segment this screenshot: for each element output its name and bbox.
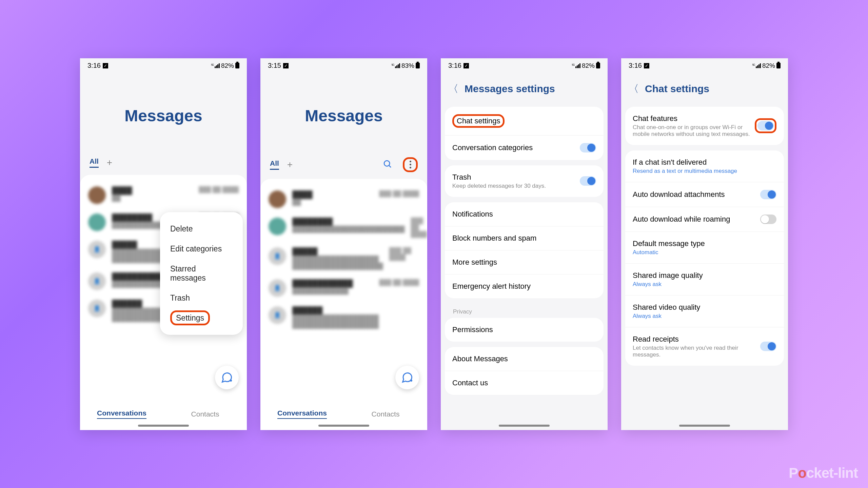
toggle-trash[interactable] [580,176,596,186]
settings-list: Chat settings Conversation categories Tr… [441,105,608,430]
notification-icon: ✓ [644,63,649,68]
avatar [269,218,286,235]
signal-icon [756,63,761,68]
status-bar: 3:15✓ ⁵ᴳ83% [260,58,427,73]
more-vert-icon [410,161,411,168]
list-item[interactable]: 👤███████████████████████████████████████… [260,243,427,274]
row-roaming[interactable]: Auto download while roaming [625,207,784,232]
row-undelivered[interactable]: If a chat isn't deliveredResend as a tex… [625,150,784,182]
battery-text: 82% [762,62,775,69]
battery-icon [235,63,239,68]
row-read-receipts[interactable]: Read receiptsLet contacts know when you'… [625,327,784,366]
row-auto-download[interactable]: Auto download attachments [625,182,784,207]
compose-button[interactable] [215,366,239,389]
row-permissions[interactable]: Permissions [445,318,604,342]
menu-trash[interactable]: Trash [160,288,243,308]
home-indicator[interactable] [679,425,730,427]
phone-screenshot-4: 3:16✓ ⁵ᴳ82% 〈 Chat settings Chat feature… [621,58,788,430]
signal-icon [395,63,400,68]
row-chat-features[interactable]: Chat featuresChat one-on-one or in group… [625,107,784,145]
add-category-button[interactable]: + [107,157,112,168]
toggle-conv-categories[interactable] [580,143,596,152]
overflow-menu: Delete Edit categories Starred messages … [160,212,243,335]
row-contact-us[interactable]: Contact us [445,371,604,395]
battery-text: 82% [221,62,234,69]
list-item[interactable]: █████████ ██ ████ [80,182,247,209]
status-time: 3:16 [448,62,461,69]
signal-icon [575,63,580,68]
row-block[interactable]: Block numbers and spam [445,226,604,250]
section-label-privacy: Privacy [445,304,604,318]
status-bar: 3:16✓ ⁵ᴳ82% [621,58,788,73]
page-title: Chat settings [645,83,709,95]
toggle-roaming[interactable] [760,215,776,224]
list-item[interactable]: █████████ ██ ████ [260,186,427,213]
back-button[interactable]: 〈 [629,82,639,96]
battery-icon [776,63,781,68]
home-indicator[interactable] [318,425,369,427]
row-chat-settings[interactable]: Chat settings [445,107,604,136]
avatar: 👤 [269,279,286,297]
conversation-list: █████████ ██ ████ ██████████████████████… [260,179,427,430]
row-more-settings[interactable]: More settings [445,250,604,274]
compose-button[interactable] [395,366,419,389]
signal-icon [215,63,220,68]
row-about[interactable]: About Messages [445,347,604,371]
avatar [269,190,286,208]
watermark: Pocket-lint [789,465,858,481]
network-icon: ⁵ᴳ [572,63,574,68]
status-bar: 3:16✓ ⁵ᴳ82% [441,58,608,73]
row-trash[interactable]: TrashKeep deleted messages for 30 days. [445,165,604,197]
avatar: 👤 [88,300,106,317]
avatar: 👤 [269,247,286,265]
battery-text: 82% [582,62,595,69]
page-title: Messages [260,73,427,128]
menu-edit-categories[interactable]: Edit categories [160,239,243,259]
home-indicator[interactable] [499,425,550,427]
toggle-read-receipts[interactable] [760,342,776,351]
notification-icon: ✓ [283,63,289,68]
more-button[interactable] [403,157,418,172]
add-category-button[interactable]: + [287,159,293,170]
toggle-auto-download[interactable] [760,190,776,199]
row-conversation-categories[interactable]: Conversation categories [445,136,604,160]
svg-line-3 [389,165,391,167]
notification-icon: ✓ [103,63,108,68]
status-bar: 3:16✓ ⁵ᴳ82% [80,58,247,73]
notification-icon: ✓ [463,63,469,68]
home-indicator[interactable] [138,425,189,427]
menu-starred[interactable]: Starred messages [160,259,243,288]
toggle-chat-features[interactable] [757,121,774,130]
row-emergency[interactable]: Emergency alert history [445,274,604,298]
menu-delete[interactable]: Delete [160,219,243,239]
phone-screenshot-1: 3:16✓ ⁵ᴳ82% Messages All + █████████ ██ … [80,58,247,430]
row-image-quality[interactable]: Shared image qualityAlways ask [625,264,784,296]
avatar: 👤 [88,272,106,290]
status-time: 3:15 [268,62,281,69]
list-item[interactable]: █████████████████████████████████████ ██… [260,213,427,243]
row-default-msg-type[interactable]: Default message typeAutomatic [625,232,784,264]
svg-point-2 [384,161,390,166]
status-time: 3:16 [629,62,642,69]
avatar: 👤 [269,306,286,324]
network-icon: ⁵ᴳ [391,63,394,68]
tab-all[interactable]: All [90,157,99,168]
menu-settings[interactable]: Settings [160,308,243,328]
search-icon[interactable] [382,159,393,170]
avatar [88,186,106,204]
list-item[interactable]: 👤███████████████████████████████████████… [260,302,427,333]
list-item[interactable]: 👤████████████████████████████ ██ ████ [260,274,427,302]
row-notifications[interactable]: Notifications [445,202,604,226]
battery-icon [416,63,420,68]
phone-screenshot-2: 3:15✓ ⁵ᴳ83% Messages All + █████████ ██ … [260,58,427,430]
battery-icon [596,63,600,68]
status-time: 3:16 [87,62,101,69]
back-button[interactable]: 〈 [448,82,458,96]
network-icon: ⁵ᴳ [752,63,754,68]
battery-text: 83% [401,62,414,69]
tab-all[interactable]: All [270,159,279,170]
row-video-quality[interactable]: Shared video qualityAlways ask [625,296,784,327]
phone-screenshot-3: 3:16✓ ⁵ᴳ82% 〈 Messages settings Chat set… [441,58,608,430]
page-title: Messages settings [465,83,555,95]
settings-list: Chat featuresChat one-on-one or in group… [621,105,788,430]
